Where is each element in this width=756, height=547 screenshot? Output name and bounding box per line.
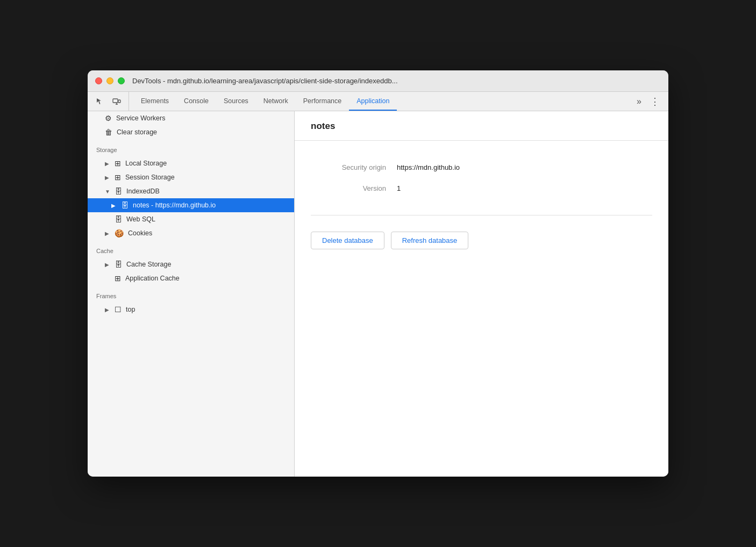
cache-section-label: Cache <box>88 240 294 257</box>
sidebar-item-service-workers[interactable]: ⚙ Service Workers <box>88 111 294 125</box>
session-storage-icon: ⊞ <box>115 173 121 182</box>
delete-database-button[interactable]: Delete database <box>311 232 384 249</box>
content-title: notes <box>295 111 668 141</box>
expand-arrow-top: ▶ <box>105 307 110 313</box>
devtools-window: DevTools - mdn.github.io/learning-area/j… <box>88 70 668 477</box>
tabs-container: Elements Console Sources Network Perform… <box>133 92 632 111</box>
title-bar: DevTools - mdn.github.io/learning-area/j… <box>88 70 668 92</box>
minimize-button[interactable] <box>106 77 113 84</box>
sidebar-item-top[interactable]: ▶ ☐ top <box>88 303 294 316</box>
content-body: Security origin https://mdn.github.io Ve… <box>295 141 668 276</box>
sidebar-item-cookies[interactable]: ▶ 🍪 Cookies <box>88 226 294 240</box>
sidebar-item-cache-storage[interactable]: ▶ 🗄 Cache Storage <box>88 257 294 271</box>
expand-arrow-session: ▶ <box>105 175 110 181</box>
tab-performance[interactable]: Performance <box>296 92 350 111</box>
sidebar-item-local-storage[interactable]: ▶ ⊞ Local Storage <box>88 156 294 170</box>
version-row: Version 1 <box>311 178 652 199</box>
traffic-lights <box>95 77 125 84</box>
expand-arrow-indexeddb: ▼ <box>105 189 110 195</box>
cookies-icon: 🍪 <box>115 229 124 237</box>
sidebar-item-application-cache[interactable]: ▶ ⊞ Application Cache <box>88 271 294 285</box>
sidebar-item-web-sql[interactable]: ▶ 🗄 Web SQL <box>88 212 294 226</box>
service-workers-icon: ⚙ <box>105 114 112 123</box>
tab-bar: Elements Console Sources Network Perform… <box>88 92 668 111</box>
frames-section-label: Frames <box>88 285 294 303</box>
cache-storage-icon: 🗄 <box>115 260 122 269</box>
tab-elements[interactable]: Elements <box>133 92 176 111</box>
frame-icon: ☐ <box>115 305 122 314</box>
action-buttons: Delete database Refresh database <box>311 232 652 260</box>
sidebar-item-clear-storage[interactable]: 🗑 Clear storage <box>88 125 294 139</box>
main-layout: ⚙ Service Workers 🗑 Clear storage Storag… <box>88 111 668 477</box>
application-cache-icon: ⊞ <box>115 274 121 283</box>
security-origin-label: Security origin <box>311 157 397 178</box>
indexeddb-icon: 🗄 <box>115 187 122 196</box>
trash-icon: 🗑 <box>105 128 112 136</box>
svg-rect-1 <box>118 100 120 103</box>
sidebar: ⚙ Service Workers 🗑 Clear storage Storag… <box>88 111 295 477</box>
svg-rect-0 <box>113 99 118 103</box>
device-toolbar-icon[interactable] <box>109 94 124 109</box>
inspect-icon[interactable] <box>92 94 107 109</box>
sidebar-item-indexeddb[interactable]: ▼ 🗄 IndexedDB <box>88 184 294 198</box>
tab-network[interactable]: Network <box>256 92 296 111</box>
tab-console[interactable]: Console <box>176 92 216 111</box>
web-sql-icon: 🗄 <box>115 215 122 224</box>
local-storage-icon: ⊞ <box>115 159 121 168</box>
toolbar-icons <box>92 92 129 111</box>
db-info-table: Security origin https://mdn.github.io Ve… <box>311 157 652 199</box>
security-origin-row: Security origin https://mdn.github.io <box>311 157 652 178</box>
devtools-menu-button[interactable]: ⋮ <box>646 92 664 111</box>
version-value: 1 <box>397 178 652 199</box>
version-label: Version <box>311 178 397 199</box>
close-button[interactable] <box>95 77 102 84</box>
tab-sources[interactable]: Sources <box>216 92 256 111</box>
refresh-database-button[interactable]: Refresh database <box>391 232 469 249</box>
expand-arrow-local: ▶ <box>105 161 110 167</box>
storage-section-label: Storage <box>88 139 294 156</box>
sidebar-item-notes-db[interactable]: ▶ 🗄 notes - https://mdn.github.io <box>88 198 294 212</box>
window-title: DevTools - mdn.github.io/learning-area/j… <box>132 77 398 85</box>
expand-arrow-notes: ▶ <box>111 203 117 208</box>
notes-db-icon: 🗄 <box>121 201 129 210</box>
sidebar-item-session-storage[interactable]: ▶ ⊞ Session Storage <box>88 170 294 184</box>
expand-arrow-cookies: ▶ <box>105 231 110 236</box>
divider <box>311 215 652 215</box>
more-tabs-button[interactable]: » <box>632 92 646 111</box>
content-panel: notes Security origin https://mdn.github… <box>295 111 668 477</box>
tab-application[interactable]: Application <box>349 92 397 111</box>
expand-arrow-cache: ▶ <box>105 262 110 268</box>
security-origin-value: https://mdn.github.io <box>397 157 652 178</box>
maximize-button[interactable] <box>118 77 125 84</box>
